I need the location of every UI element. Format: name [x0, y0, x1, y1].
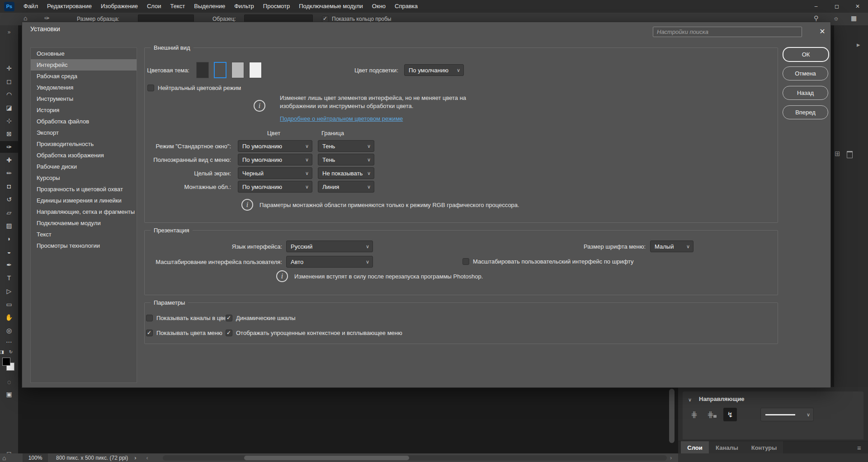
artboards-border-dropdown[interactable]: Линия: [318, 181, 374, 193]
sidebar-item-image-processing[interactable]: Обработка изображения: [31, 150, 137, 161]
tool-path-selection-icon[interactable]: ▷: [0, 285, 18, 297]
sidebar-item-file-handling[interactable]: Обработка файлов: [31, 116, 137, 127]
sidebar-item-export[interactable]: Экспорт: [31, 127, 137, 138]
new-item-icon[interactable]: ⊞: [835, 150, 840, 158]
menu-type[interactable]: Текст: [166, 0, 190, 13]
scale-ui-to-font-checkbox[interactable]: [462, 258, 469, 265]
tool-eyedropper-icon[interactable]: ✑: [0, 141, 18, 153]
menu-file[interactable]: Файл: [19, 0, 42, 13]
tool-dodge-icon[interactable]: ◒: [0, 246, 18, 258]
tool-marquee-icon[interactable]: ◻: [0, 75, 18, 87]
trash-icon[interactable]: [847, 151, 853, 158]
current-tool-icon[interactable]: ✑: [44, 14, 50, 22]
fullscreen-border-dropdown[interactable]: Не показывать: [318, 167, 374, 179]
tool-crop-icon[interactable]: ⊹: [0, 115, 18, 127]
highlight-color-dropdown[interactable]: По умолчанию: [404, 64, 464, 76]
menu-edit[interactable]: Редактирование: [42, 0, 96, 13]
ui-language-dropdown[interactable]: Русский: [286, 240, 373, 252]
tool-more-icon[interactable]: ⋯: [0, 338, 18, 346]
menu-select[interactable]: Выделение: [189, 0, 230, 13]
tool-history-brush-icon[interactable]: ↺: [0, 193, 18, 205]
sidebar-item-cursors[interactable]: Курсоры: [31, 172, 137, 184]
channels-in-color-checkbox[interactable]: [146, 315, 153, 321]
tool-rectangle-icon[interactable]: ▭: [0, 298, 18, 310]
menu-plugins[interactable]: Подключаемые модули: [294, 0, 368, 13]
guides-lock-icon[interactable]: ⋕: [707, 410, 714, 420]
sidebar-item-plugins[interactable]: Подключаемые модули: [31, 217, 137, 229]
sidebar-item-workspace[interactable]: Рабочая среда: [31, 71, 137, 82]
sidebar-item-interface[interactable]: Интерфейс: [31, 59, 137, 71]
theme-swatch-medium-dark[interactable]: [214, 62, 226, 78]
zoom-level-field[interactable]: 100%: [23, 453, 48, 462]
sidebar-item-units-rulers[interactable]: Единицы измерения и линейки: [31, 195, 137, 206]
tab-paths[interactable]: Контуры: [745, 441, 783, 454]
horizontal-scrollbar-thumb[interactable]: [244, 456, 409, 460]
theme-swatch-light[interactable]: [231, 62, 244, 78]
tool-lasso-icon[interactable]: ◠: [0, 89, 18, 100]
sidebar-item-history[interactable]: История: [31, 104, 137, 116]
simplified-menus-checkbox[interactable]: [226, 330, 232, 336]
theme-swatch-dark[interactable]: [196, 62, 209, 78]
menu-view[interactable]: Просмотр: [259, 0, 294, 13]
tab-channels[interactable]: Каналы: [709, 441, 745, 454]
sidebar-item-general[interactable]: Основные: [31, 48, 137, 59]
menu-font-size-dropdown[interactable]: Малый: [650, 240, 693, 252]
scroll-left-icon[interactable]: ‹: [146, 454, 148, 461]
collapse-panel-icon[interactable]: ∨: [688, 397, 692, 403]
cancel-button[interactable]: Отмена: [783, 66, 828, 80]
guides-icon[interactable]: ⋕: [691, 410, 698, 420]
menu-filter[interactable]: Фильтр: [230, 0, 259, 13]
quick-mask-icon[interactable]: ◌: [0, 376, 18, 388]
tool-clone-stamp-icon[interactable]: ◘: [0, 180, 18, 192]
screen-mode-icon[interactable]: ▣: [0, 388, 18, 400]
menu-layers[interactable]: Слои: [142, 0, 166, 13]
tool-eraser-icon[interactable]: ▱: [0, 207, 18, 218]
fullscreen-color-dropdown[interactable]: Черный: [238, 167, 312, 179]
preferences-search-input[interactable]: [653, 27, 802, 37]
fullscreen-menu-color-dropdown[interactable]: По умолчанию: [238, 154, 312, 165]
tool-move-icon[interactable]: ✛: [0, 62, 18, 74]
close-window-button[interactable]: ✕: [847, 0, 868, 13]
tool-blur-icon[interactable]: ◗: [0, 233, 18, 245]
search-icon[interactable]: ⚲: [814, 14, 818, 22]
status-flyout-icon[interactable]: ›: [134, 454, 136, 461]
home-screen-icon[interactable]: ⌂: [2, 454, 6, 462]
dynamic-sliders-checkbox[interactable]: [226, 315, 232, 321]
workspace-icon[interactable]: ▦: [851, 14, 857, 22]
menu-image[interactable]: Изображение: [96, 0, 142, 13]
scroll-right-icon[interactable]: ›: [670, 454, 672, 461]
standard-window-color-dropdown[interactable]: По умолчанию: [238, 140, 312, 152]
horizontal-scrollbar[interactable]: [163, 455, 667, 461]
theme-swatch-white[interactable]: [249, 62, 262, 78]
tab-layers[interactable]: Слои: [681, 441, 709, 454]
standard-window-border-dropdown[interactable]: Тень: [318, 140, 374, 152]
lightbulb-icon[interactable]: ☼: [833, 14, 839, 22]
tool-object-selection-icon[interactable]: ◪: [0, 102, 18, 113]
tool-frame-icon[interactable]: ⊠: [0, 128, 18, 140]
tool-type-icon[interactable]: T: [0, 272, 18, 284]
artboards-color-dropdown[interactable]: По умолчанию: [238, 181, 312, 193]
neutral-mode-link[interactable]: Подробнее о нейтральном цветовом режиме: [280, 115, 403, 122]
tool-gradient-icon[interactable]: ▨: [0, 220, 18, 231]
dock-collapse-icon[interactable]: ▸: [857, 41, 860, 49]
show-ring-checkbox[interactable]: [322, 15, 329, 22]
tool-healing-icon[interactable]: ✚: [0, 154, 18, 166]
smart-guides-icon[interactable]: ↯: [723, 408, 737, 421]
rotate-view-icon[interactable]: ↻: [5, 348, 16, 355]
tool-zoom-icon[interactable]: ◎: [0, 325, 18, 336]
sidebar-item-type[interactable]: Текст: [31, 229, 137, 240]
panel-menu-icon[interactable]: ≡: [857, 444, 861, 452]
sidebar-item-tech-previews[interactable]: Просмотры технологии: [31, 240, 137, 251]
menu-window[interactable]: Окно: [368, 0, 390, 13]
prev-button[interactable]: Назад: [783, 86, 828, 100]
ok-button[interactable]: ОК: [783, 47, 829, 62]
sidebar-item-guides-grid[interactable]: Направляющие, сетка и фрагменты: [31, 206, 137, 217]
maximize-button[interactable]: ◻: [826, 0, 847, 13]
guide-style-dropdown[interactable]: [760, 408, 814, 421]
sidebar-item-transparency[interactable]: Прозрачность и цветовой охват: [31, 184, 137, 195]
minimize-button[interactable]: –: [806, 0, 826, 13]
menu-help[interactable]: Справка: [390, 0, 422, 13]
fullscreen-menu-border-dropdown[interactable]: Тень: [318, 154, 374, 165]
foreground-color-swatch[interactable]: [2, 358, 10, 366]
toolbar-expand-icon[interactable]: »: [0, 28, 18, 36]
